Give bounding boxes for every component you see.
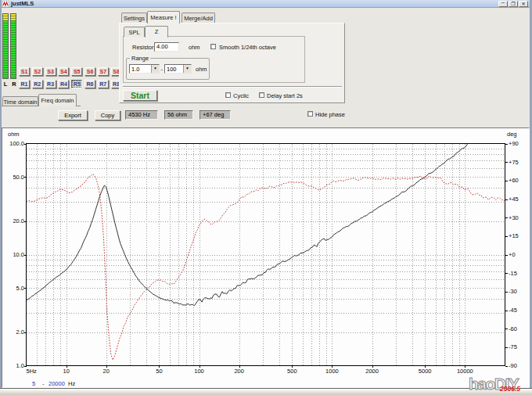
panel-separator (123, 86, 342, 88)
svg-text:1000: 1000 (325, 368, 339, 375)
channel-button-r6[interactable]: R6 (84, 80, 95, 88)
smooth-checkbox[interactable] (210, 44, 216, 49)
svg-text:2000: 2000 (365, 368, 379, 375)
svg-text:+15: +15 (509, 232, 519, 239)
channel-button-r1[interactable]: R1 (19, 80, 30, 88)
svg-text:-45: -45 (509, 307, 517, 314)
svg-text:-75: -75 (509, 343, 517, 350)
close-icon: ✕ (521, 2, 525, 6)
meter-segments (11, 14, 16, 78)
start-button[interactable]: Start (123, 90, 157, 101)
frequency-readout: 4530 Hz (125, 110, 158, 120)
channel-button-s4[interactable]: S4 (58, 67, 69, 76)
svg-text:+60: +60 (509, 177, 519, 184)
resistor-label: Resistor (132, 44, 154, 51)
meter-segments (3, 14, 8, 78)
svg-text:ohm: ohm (8, 131, 20, 138)
channel-button-s7[interactable]: S7 (98, 67, 109, 76)
svg-text:1.0: 1.0 (16, 362, 24, 369)
hide-phase-checkbox[interactable] (307, 111, 313, 117)
range-group-title: Range (130, 55, 150, 62)
svg-text:500: 500 (287, 368, 297, 375)
tab-z[interactable]: Z (145, 26, 168, 38)
channel-button-s6[interactable]: S6 (84, 67, 95, 76)
svg-text:-30: -30 (509, 288, 517, 295)
svg-text:-15: -15 (509, 270, 517, 277)
svg-text:200: 200 (234, 368, 244, 375)
tab-spl[interactable]: SPL (124, 27, 145, 37)
channel-button-s1[interactable]: S1 (19, 67, 30, 76)
svg-text:10000: 10000 (457, 368, 473, 375)
phase-readout: +67 deg (200, 110, 231, 120)
export-button[interactable]: Export (58, 110, 88, 120)
svg-text:-: - (42, 380, 45, 387)
meter-label-left: L (2, 81, 9, 88)
delay-start-checkbox[interactable] (259, 92, 264, 98)
svg-text:5: 5 (32, 380, 35, 387)
dropdown-arrow-icon[interactable]: ▼ (183, 65, 191, 73)
svg-text:+75: +75 (509, 159, 519, 166)
dropdown-arrow-icon[interactable]: ▼ (151, 65, 159, 73)
svg-text:+45: +45 (509, 196, 519, 203)
svg-text:100.0: 100.0 (9, 140, 24, 147)
level-meter-left (2, 13, 9, 79)
hide-phase-label: Hide phase (315, 111, 345, 118)
copy-button[interactable]: Copy (95, 110, 120, 120)
range-max-value: 100 (167, 66, 177, 73)
resistor-input[interactable]: 4.00 (154, 42, 179, 52)
channel-button-r4[interactable]: R4 (58, 80, 69, 88)
svg-text:+0: +0 (509, 251, 516, 258)
tab-settings[interactable]: Settings (121, 13, 147, 23)
svg-text:5000: 5000 (419, 368, 432, 375)
minimize-icon: – (501, 0, 505, 5)
resistor-unit-label: ohm (189, 44, 200, 51)
channel-button-r3[interactable]: R3 (45, 80, 56, 88)
svg-text:Hz: Hz (68, 380, 75, 387)
range-separator: - (161, 66, 164, 73)
channel-button-s3[interactable]: S3 (45, 67, 56, 76)
smooth-label: Smooth 1/24th octave (219, 44, 276, 51)
title-bar[interactable]: justMLS – ❐ ✕ (0, 0, 532, 8)
svg-text:5.0: 5.0 (16, 285, 24, 292)
range-min-dropdown[interactable]: 1.0 ▼ (129, 64, 160, 74)
svg-text:20: 20 (103, 368, 110, 375)
delay-start-label: Delay start 2s (267, 92, 303, 99)
svg-text:5Hz: 5Hz (27, 368, 38, 375)
channel-button-r2[interactable]: R2 (32, 80, 43, 88)
svg-text:50.0: 50.0 (13, 174, 24, 181)
impedance-readout: 56 ohm (164, 110, 193, 120)
svg-text:50: 50 (156, 368, 162, 375)
cyclic-checkbox[interactable] (225, 92, 231, 98)
svg-text:+30: +30 (509, 214, 519, 221)
svg-text:20.0: 20.0 (13, 217, 24, 224)
svg-text:10.0: 10.0 (13, 251, 24, 258)
range-max-dropdown[interactable]: 100 ▼ (164, 64, 192, 74)
restore-icon: ❐ (511, 2, 515, 6)
restore-button[interactable]: ❐ (509, 1, 518, 7)
channel-button-s5[interactable]: S5 (71, 67, 82, 76)
range-unit-label: ohm (196, 66, 207, 73)
minimize-button[interactable]: – (498, 1, 508, 7)
close-button[interactable]: ✕ (519, 1, 528, 7)
channel-button-s2[interactable]: S2 (32, 67, 43, 76)
svg-text:-60: -60 (509, 325, 517, 332)
tab-measure[interactable]: Measure ! (147, 11, 180, 23)
app-window: justMLS – ❐ ✕ L R S1S2S3S4S5S6S7S8 R1R2R… (0, 0, 532, 395)
svg-text:deg: deg (507, 131, 517, 138)
tab-freq-domain[interactable]: Freq domain (38, 94, 77, 106)
svg-text:20000: 20000 (49, 380, 65, 387)
svg-text:+90: +90 (509, 140, 519, 147)
svg-text:2.0: 2.0 (16, 329, 24, 336)
svg-text:100: 100 (194, 368, 204, 375)
range-min-value: 1.0 (131, 66, 139, 73)
bottom-bar (0, 388, 532, 395)
channel-button-r5[interactable]: R5 (71, 80, 82, 88)
cyclic-label: Cyclic (233, 92, 249, 99)
chart-panel: ohmdeg100.050.020.010.05.02.01.0+90+75+6… (2, 127, 530, 388)
svg-text:-90: -90 (509, 362, 517, 369)
tab-merge-add[interactable]: Merge/Add (182, 13, 215, 23)
app-icon (2, 1, 9, 7)
meter-label-right: R (11, 81, 17, 88)
channel-button-r7[interactable]: R7 (98, 80, 109, 88)
impedance-phase-chart: ohmdeg100.050.020.010.05.02.01.0+90+75+6… (2, 128, 529, 387)
